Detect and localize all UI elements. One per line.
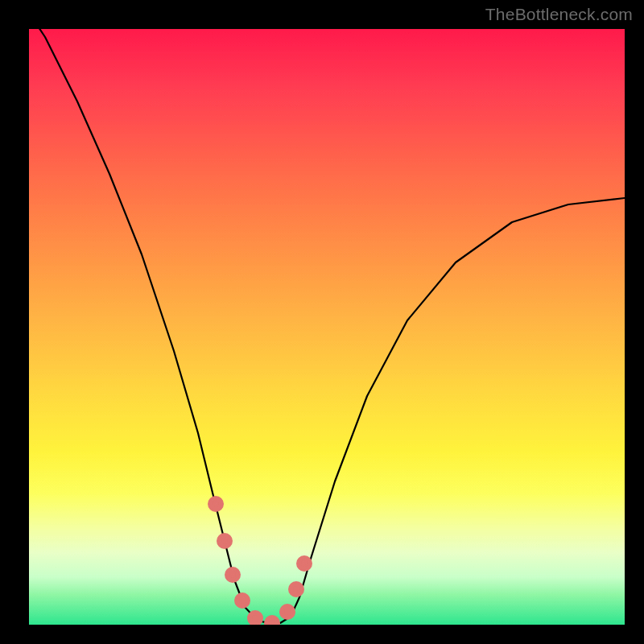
highlight-marker [210,498,221,510]
highlight-marker [250,613,261,624]
highlight-marker [219,535,230,547]
highlight-marker [291,584,302,595]
bottleneck-curve [29,29,625,623]
highlight-marker [266,617,278,625]
highlight-marker [237,595,248,606]
highlight-marker [299,558,310,569]
highlight-marker [227,569,238,580]
bottleneck-chart-svg [29,29,625,625]
highlight-marker [282,606,293,617]
chart-area [29,29,625,625]
watermark-text: TheBottleneck.com [485,5,633,24]
